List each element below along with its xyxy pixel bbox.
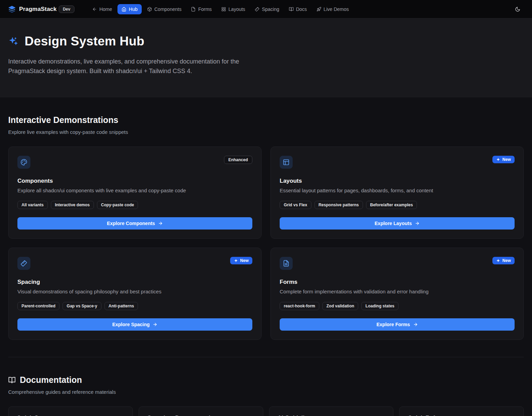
tag-row: react-hook-form Zod validation Loading s… [280, 302, 515, 310]
sparkle-icon [496, 157, 500, 162]
palette-icon [17, 156, 30, 169]
nav-item-layouts[interactable]: Layouts [217, 4, 249, 14]
navbar: PragmaStack Dev Home Hub Components Form… [0, 0, 532, 18]
new-badge: New [230, 257, 252, 264]
badge-label: New [240, 258, 249, 263]
theme-toggle-button[interactable] [512, 3, 524, 15]
docs-subheading: Comprehensive guides and reference mater… [8, 389, 524, 395]
nav-item-label: Forms [198, 6, 212, 12]
doc-card-complete-documentation[interactable]: Complete Documentation Full design syste… [139, 406, 263, 416]
nav-item-components[interactable]: Components [143, 4, 185, 14]
arrow-left-icon [92, 7, 97, 12]
nav-item-spacing[interactable]: Spacing [251, 4, 283, 14]
doc-card-grid: Quick Start 5-minute crash course Comple… [8, 406, 524, 416]
button-label: Explore Spacing [112, 322, 150, 327]
nav-item-forms[interactable]: Forms [187, 4, 216, 14]
nav-item-label: Live Demos [324, 6, 349, 12]
demos-heading: Interactive Demonstrations [8, 115, 524, 125]
explore-forms-button[interactable]: Explore Forms [280, 318, 515, 331]
nav-item-label: Spacing [262, 6, 279, 12]
button-label: Explore Components [107, 221, 155, 226]
doc-card-quick-start[interactable]: Quick Start 5-minute crash course [8, 406, 133, 416]
sparkle-icon [496, 259, 500, 263]
doc-card-ai-guidelines[interactable]: AI Guidelines Rules for AI code generati… [269, 406, 394, 416]
doc-card-title: AI Guidelines [278, 415, 385, 416]
panels-top-left-icon [280, 156, 293, 169]
layers-logo-icon [8, 5, 16, 13]
nav-item-live-demos[interactable]: Live Demos [312, 4, 353, 14]
badge-label: New [502, 258, 511, 263]
tag: Zod validation [322, 302, 358, 310]
status-badge: Enhanced [224, 156, 252, 164]
button-label: Explore Forms [376, 322, 410, 327]
tag: Grid vs Flex [280, 201, 311, 209]
demo-card-forms: New Forms Complete form implementations … [270, 248, 524, 340]
explore-spacing-button[interactable]: Explore Spacing [17, 318, 252, 331]
nav-item-label: Layouts [228, 6, 245, 12]
tag: Parent-controlled [17, 302, 59, 310]
page-title: Design System Hub [25, 34, 144, 48]
demos-subheading: Explore live examples with copy-paste co… [8, 129, 524, 135]
demo-card-components: Enhanced Components Explore all shadcn/u… [8, 147, 262, 239]
file-text-icon [191, 7, 196, 12]
nav-item-label: Home [99, 6, 112, 12]
home-icon [122, 7, 126, 12]
demo-card-spacing: New Spacing Visual demonstrations of spa… [8, 248, 262, 340]
hero-description: Interactive demonstrations, live example… [8, 57, 268, 76]
tag-row: All variants Interactive demos Copy-past… [17, 201, 252, 209]
env-badge: Dev [59, 5, 74, 13]
card-title: Spacing [17, 279, 252, 286]
file-text-icon [280, 257, 293, 270]
sparkle-icon [234, 259, 238, 263]
doc-card-quick-reference[interactable]: Quick Reference Cheat sheet for lookups [399, 406, 524, 416]
sparkles-icon [8, 36, 18, 46]
explore-components-button[interactable]: Explore Components [17, 217, 252, 230]
book-open-icon [8, 376, 16, 384]
tag-row: Parent-controlled Gap vs Space-y Anti-pa… [17, 302, 252, 310]
badge-label: New [502, 157, 511, 162]
ruler-icon [255, 7, 260, 12]
brand[interactable]: PragmaStack [8, 5, 57, 13]
card-description: Essential layout patterns for pages, das… [280, 188, 515, 193]
nav-item-home[interactable]: Home [88, 4, 116, 14]
demo-card-layouts: New Layouts Essential layout patterns fo… [270, 147, 524, 239]
ruler-icon [17, 257, 30, 270]
main-nav: Home Hub Components Forms Layouts Spacin… [88, 4, 353, 14]
demo-card-grid: Enhanced Components Explore all shadcn/u… [8, 147, 524, 340]
doc-card-title: Quick Reference [408, 415, 515, 416]
explore-layouts-button[interactable]: Explore Layouts [280, 217, 515, 230]
arrow-right-icon [413, 322, 418, 327]
main-content: Interactive Demonstrations Explore live … [0, 115, 532, 416]
moon-icon [515, 6, 520, 12]
new-badge: New [492, 257, 515, 264]
hero: Design System Hub Interactive demonstrat… [0, 18, 532, 97]
tag: Gap vs Space-y [62, 302, 101, 310]
tag: All variants [17, 201, 48, 209]
card-description: Explore all shadcn/ui components with li… [17, 188, 252, 193]
rocket-icon [317, 7, 321, 12]
brand-name: PragmaStack [19, 6, 57, 13]
card-title: Layouts [280, 178, 515, 184]
tag: Interactive demos [51, 201, 94, 209]
box-icon [147, 7, 152, 12]
docs-section-head: Documentation Comprehensive guides and r… [8, 375, 524, 395]
arrow-right-icon [415, 221, 420, 226]
section-divider [8, 357, 524, 357]
arrow-right-icon [158, 221, 163, 226]
button-label: Explore Layouts [375, 221, 412, 226]
card-title: Components [17, 178, 252, 184]
demos-section-head: Interactive Demonstrations Explore live … [8, 115, 524, 135]
tag: Copy-paste code [97, 201, 138, 209]
tag: Anti-patterns [104, 302, 138, 310]
card-description: Visual demonstrations of spacing philoso… [17, 289, 252, 294]
layout-grid-icon [221, 7, 226, 12]
nav-item-label: Components [154, 6, 181, 12]
nav-item-docs[interactable]: Docs [285, 4, 311, 14]
new-badge: New [492, 156, 515, 163]
arrow-right-icon [153, 322, 157, 327]
book-open-icon [289, 7, 294, 12]
tag-row: Grid vs Flex Responsive patterns Before/… [280, 201, 515, 209]
nav-item-hub[interactable]: Hub [117, 4, 142, 14]
nav-item-label: Hub [129, 6, 138, 12]
doc-card-title: Complete Documentation [147, 415, 255, 416]
